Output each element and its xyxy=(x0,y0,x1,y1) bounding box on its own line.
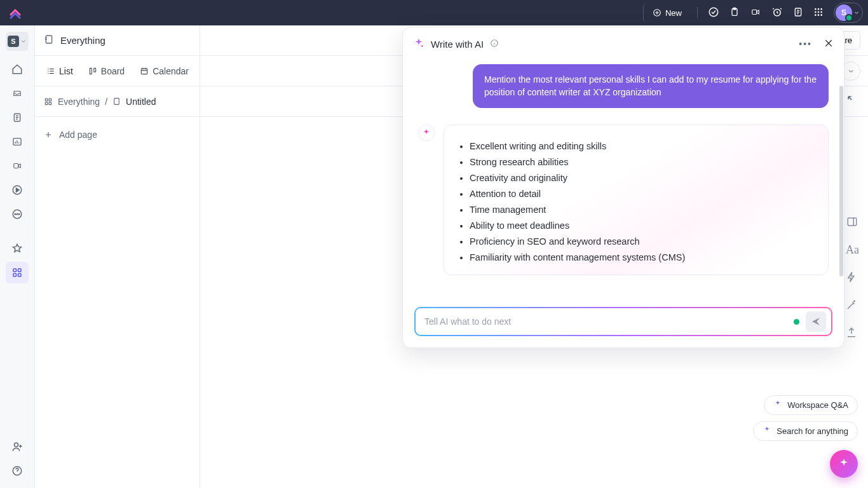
video-icon[interactable] xyxy=(750,8,761,18)
crumb-current[interactable]: Untitled xyxy=(126,97,156,107)
sidebar: Everything List Board Calendar Everythin… xyxy=(35,25,200,488)
ai-reply-item: Time management xyxy=(470,205,815,215)
svg-point-8 xyxy=(818,8,820,10)
svg-rect-35 xyxy=(49,98,51,101)
search-anything-label: Search for anything xyxy=(776,426,848,436)
tab-board[interactable]: Board xyxy=(86,62,127,80)
note-icon[interactable] xyxy=(793,6,803,20)
scrollbar[interactable] xyxy=(839,86,843,276)
alarm-icon[interactable] xyxy=(771,6,783,20)
info-icon[interactable] xyxy=(490,39,499,50)
more-icon[interactable]: ••• xyxy=(799,39,812,49)
add-page-button[interactable]: Add page xyxy=(44,130,191,140)
svg-rect-42 xyxy=(848,218,857,226)
bolt-icon[interactable] xyxy=(846,271,859,285)
grid-icon xyxy=(44,97,53,106)
panel-icon[interactable] xyxy=(846,216,859,229)
svg-point-1 xyxy=(709,8,718,17)
workspace-switch[interactable]: S xyxy=(6,32,29,51)
tab-calendar[interactable]: Calendar xyxy=(137,62,191,80)
close-icon[interactable] xyxy=(824,38,834,50)
svg-rect-26 xyxy=(13,274,17,277)
sparkle-icon xyxy=(837,458,850,470)
home-icon[interactable] xyxy=(6,58,29,80)
sparkle-icon xyxy=(413,37,424,51)
chevron-down-icon xyxy=(853,10,860,16)
check-circle-icon[interactable] xyxy=(708,6,719,20)
chevron-down-icon xyxy=(847,67,855,75)
doc-icon[interactable] xyxy=(6,107,29,128)
spaces-icon[interactable] xyxy=(6,262,29,283)
svg-rect-33 xyxy=(141,68,147,74)
tab-list[interactable]: List xyxy=(44,62,76,80)
status-dot-icon xyxy=(794,319,799,325)
ai-fab[interactable] xyxy=(830,450,858,478)
account-menu[interactable]: S xyxy=(834,3,863,23)
svg-rect-38 xyxy=(114,98,119,105)
workspace-qa-label: Workspace Q&A xyxy=(787,400,848,410)
user-message: Mention the most relevant personal skill… xyxy=(473,64,829,108)
text-style-icon[interactable]: Aa xyxy=(846,243,859,257)
add-page-label: Add page xyxy=(59,130,97,140)
ai-reply-item: Creativity and originality xyxy=(470,173,815,183)
svg-rect-34 xyxy=(45,98,48,101)
invite-icon[interactable] xyxy=(6,436,29,458)
svg-point-28 xyxy=(15,443,18,447)
svg-rect-30 xyxy=(46,36,51,43)
svg-rect-36 xyxy=(45,102,48,105)
sparkle-icon xyxy=(773,400,782,410)
search-anything-pill[interactable]: Search for anything xyxy=(753,421,858,441)
nav-rail: S xyxy=(0,25,35,488)
dashboard-icon[interactable] xyxy=(6,131,29,152)
collapse-icon[interactable] xyxy=(846,95,858,108)
svg-point-21 xyxy=(15,214,16,215)
favorites-icon[interactable] xyxy=(6,238,29,259)
upload-icon[interactable] xyxy=(846,327,859,340)
more-icon[interactable] xyxy=(6,203,29,225)
ai-text-input[interactable] xyxy=(424,316,787,327)
svg-point-22 xyxy=(17,214,18,215)
new-label: New xyxy=(665,8,682,18)
svg-rect-18 xyxy=(14,164,18,168)
play-icon[interactable] xyxy=(6,179,29,201)
ai-reply-list: Excellent writing and editing skillsStro… xyxy=(457,141,815,262)
chevron-down-icon xyxy=(20,38,27,44)
ai-input xyxy=(414,307,832,336)
tab-board-label: Board xyxy=(101,66,125,76)
crumb-root[interactable]: Everything xyxy=(58,97,100,107)
ai-reply-item: Excellent writing and editing skills xyxy=(470,141,815,151)
top-bar: New S xyxy=(0,0,868,25)
sidebar-heading: Everything xyxy=(35,25,200,56)
svg-rect-37 xyxy=(49,102,51,105)
ai-reply-item: Strong research abilities xyxy=(470,157,815,167)
ai-reply: Excellent writing and editing skillsStro… xyxy=(444,125,829,275)
ai-reply-item: Attention to detail xyxy=(470,189,815,199)
calendar-icon xyxy=(140,67,149,76)
send-icon xyxy=(811,316,821,327)
svg-point-23 xyxy=(18,214,20,215)
record-icon[interactable] xyxy=(6,155,29,177)
ai-body[interactable]: Mention the most relevant personal skill… xyxy=(403,60,844,299)
help-icon[interactable] xyxy=(6,460,29,482)
inbox-icon[interactable] xyxy=(6,83,29,104)
svg-rect-4 xyxy=(752,10,757,14)
avatar: S xyxy=(836,4,852,21)
board-icon xyxy=(88,67,97,76)
svg-point-12 xyxy=(820,11,822,13)
page-icon xyxy=(112,97,121,106)
send-button[interactable] xyxy=(806,311,826,332)
ai-reply-item: Proficiency in SEO and keyword research xyxy=(470,236,815,247)
plus-icon xyxy=(44,130,53,139)
ai-panel: Write with AI ••• Mention the most relev… xyxy=(402,27,844,348)
svg-point-11 xyxy=(818,11,820,13)
wand-icon[interactable] xyxy=(846,299,859,313)
svg-point-15 xyxy=(820,14,822,16)
side-tools: Aa xyxy=(846,216,859,340)
new-button[interactable]: New xyxy=(643,4,687,22)
svg-rect-24 xyxy=(13,269,17,272)
apps-grid-icon[interactable] xyxy=(813,7,824,19)
main: Share Customize Add Task Aa xyxy=(200,25,868,488)
workspace-qa-pill[interactable]: Workspace Q&A xyxy=(764,395,858,415)
clipboard-icon[interactable] xyxy=(729,6,740,20)
svg-point-14 xyxy=(818,14,820,16)
